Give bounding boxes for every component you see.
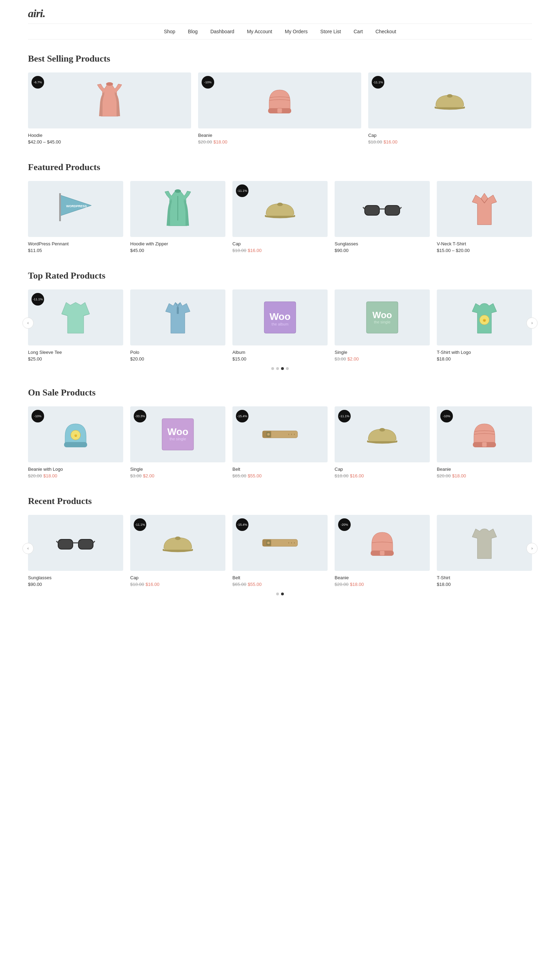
- carousel-prev-top-rated[interactable]: ‹: [22, 317, 33, 328]
- product-hoodie-zipper[interactable]: Hoodie with Zipper $45.00: [130, 181, 225, 253]
- svg-text:Woo: Woo: [372, 310, 392, 320]
- product-single[interactable]: Woo the single Single $3.00$2.00: [335, 290, 430, 362]
- product-price: $20.00$18.00: [335, 582, 430, 587]
- on-sale-title: On Sale Products: [28, 387, 532, 398]
- nav-blog[interactable]: Blog: [188, 29, 198, 34]
- product-sunglasses[interactable]: Sunglasses $90.00: [335, 181, 430, 253]
- svg-text:the album: the album: [272, 322, 288, 326]
- product-price: $3.00$2.00: [130, 473, 225, 478]
- sunglasses-icon: [363, 198, 402, 220]
- product-image-wrap: [335, 181, 430, 237]
- nav-myorders[interactable]: My Orders: [285, 29, 308, 34]
- dot-1[interactable]: [271, 367, 274, 370]
- svg-rect-41: [78, 539, 93, 549]
- svg-rect-15: [177, 307, 179, 314]
- product-name: Belt: [232, 575, 328, 580]
- product-image-wrap: -15.4%: [232, 515, 328, 571]
- page-content: Best Selling Products -6.7% Hoodie $42.0…: [0, 53, 560, 595]
- dot-2[interactable]: [276, 367, 279, 370]
- nav-checkout[interactable]: Checkout: [375, 29, 396, 34]
- product-belt-recent[interactable]: -15.4% Belt $65.00$55.00: [232, 515, 328, 587]
- product-name: Cap: [130, 575, 225, 580]
- top-rated-carousel: ‹ -11.1% Long Sleeve Tee $25.00: [28, 290, 532, 370]
- carousel-prev-recent[interactable]: ‹: [22, 543, 33, 554]
- dot-3[interactable]: [281, 367, 284, 370]
- product-pennant[interactable]: WORDPRESS WordPress Pennant $11.05: [28, 181, 123, 253]
- nav-myaccount[interactable]: My Account: [247, 29, 272, 34]
- product-cap-sale[interactable]: -11.1% Cap $18.00$16.00: [335, 407, 430, 478]
- svg-point-8: [175, 189, 181, 193]
- product-price: $42.00 – $45.00: [28, 139, 191, 145]
- product-image-wrap: [28, 515, 123, 571]
- product-badge: -15.4%: [236, 518, 248, 531]
- product-name: Album: [232, 350, 328, 355]
- product-album[interactable]: Woo the album Album $15.00: [232, 290, 328, 362]
- product-price: $18.00$16.00: [335, 473, 430, 478]
- product-image-wrap: -11.1%: [368, 72, 531, 128]
- product-name: Cap: [232, 241, 328, 247]
- product-polo[interactable]: Polo $20.00: [130, 290, 225, 362]
- product-badge: -6.7%: [32, 76, 44, 88]
- product-hoodie[interactable]: -6.7% Hoodie $42.00 – $45.00: [28, 72, 191, 145]
- cap-featured-icon: [262, 193, 298, 225]
- svg-text:😊: 😊: [483, 318, 486, 322]
- nav-dashboard[interactable]: Dashboard: [210, 29, 235, 34]
- nav-storelist[interactable]: Store List: [320, 29, 341, 34]
- product-price: $65.00$55.00: [232, 582, 328, 587]
- svg-text:WORDPRESS: WORDPRESS: [66, 204, 87, 208]
- product-badge: -11.1%: [338, 410, 351, 422]
- hoodie-zipper-icon: [162, 189, 193, 229]
- product-price: $65.00$55.00: [232, 473, 328, 478]
- featured-grid: WORDPRESS WordPress Pennant $11.05: [28, 181, 532, 253]
- recent-dot-2[interactable]: [281, 593, 284, 595]
- pennant-icon: WORDPRESS: [57, 188, 95, 230]
- best-selling-grid: -6.7% Hoodie $42.00 – $45.00 -10%: [28, 72, 532, 145]
- product-single-sale[interactable]: -33.3% Woo the single Single $3.00$2.00: [130, 407, 225, 478]
- product-image-wrap: [130, 290, 225, 345]
- product-beanie-sale[interactable]: -10% Beanie $20.00$18.00: [437, 407, 532, 478]
- product-cap[interactable]: -11.1% Cap $18.00$16.00: [368, 72, 531, 145]
- product-price: $15.00: [232, 356, 328, 362]
- product-name: V-Neck T-Shirt: [437, 241, 532, 247]
- product-price: $18.00$16.00: [368, 139, 531, 145]
- svg-text:Woo: Woo: [270, 311, 290, 322]
- product-beanie[interactable]: -10% Beanie $20.00$18.00: [198, 72, 361, 145]
- product-badge: -20%: [338, 518, 351, 531]
- svg-point-33: [267, 433, 270, 436]
- beanie-logo-icon: 😊: [60, 417, 92, 452]
- product-belt[interactable]: -15.4% Belt $65.00$55.00: [232, 407, 328, 478]
- nav-shop[interactable]: Shop: [164, 29, 175, 34]
- product-image-wrap: Woo the single: [335, 290, 430, 345]
- carousel-dots: [28, 367, 532, 370]
- product-image-wrap: -10% 😊: [28, 407, 123, 462]
- svg-rect-6: [59, 193, 61, 221]
- product-image-wrap: [130, 181, 225, 237]
- recent-dot-1[interactable]: [276, 593, 279, 595]
- product-name: WordPress Pennant: [28, 241, 123, 247]
- product-price: $18.00: [437, 356, 532, 362]
- product-cap-featured[interactable]: -11.1% Cap $18.00$16.00: [232, 181, 328, 253]
- belt-recent-icon: [261, 531, 299, 555]
- product-beanie-recent[interactable]: -20% Beanie $20.00$18.00: [335, 515, 430, 587]
- site-header: airi. Shop Blog Dashboard My Account My …: [0, 0, 560, 53]
- product-image-wrap: -11.1%: [28, 290, 123, 345]
- product-sunglasses-recent[interactable]: Sunglasses $90.00: [28, 515, 123, 587]
- main-nav: Shop Blog Dashboard My Account My Orders…: [28, 23, 532, 40]
- product-price: $18.00$16.00: [232, 248, 328, 253]
- product-price: $20.00$18.00: [198, 139, 361, 145]
- recent-carousel-dots: [28, 593, 532, 595]
- nav-cart[interactable]: Cart: [353, 29, 363, 34]
- carousel-next-top-rated[interactable]: ›: [527, 317, 538, 328]
- dot-4[interactable]: [286, 367, 289, 370]
- beanie-icon: [264, 83, 295, 118]
- cap-icon: [432, 85, 467, 116]
- product-tshirt-plain[interactable]: T-Shirt $18.00: [437, 515, 532, 587]
- product-longsleeve[interactable]: -11.1% Long Sleeve Tee $25.00: [28, 290, 123, 362]
- product-vneck[interactable]: V-Neck T-Shirt $15.00 – $20.00: [437, 181, 532, 253]
- site-logo[interactable]: airi.: [28, 7, 532, 20]
- product-name: Beanie with Logo: [28, 467, 123, 472]
- product-tshirt-logo[interactable]: 😊 T-Shirt with Logo $18.00: [437, 290, 532, 362]
- carousel-next-recent[interactable]: ›: [527, 543, 538, 554]
- product-beanie-logo[interactable]: -10% 😊 Beanie with Logo $20.00$18.00: [28, 407, 123, 478]
- product-cap-recent[interactable]: -11.1% Cap $18.00$16.00: [130, 515, 225, 587]
